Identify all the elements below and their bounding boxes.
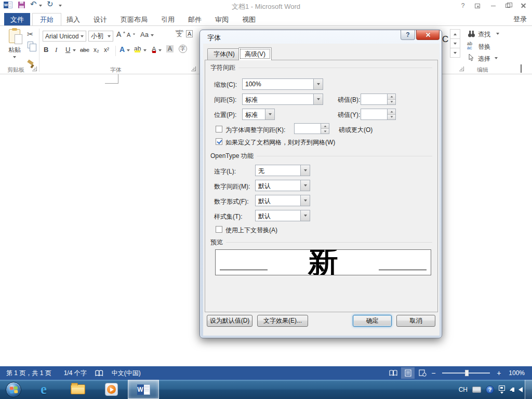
dialog-help-button[interactable]: ? [401, 30, 415, 40]
help-button[interactable]: ? [457, 2, 469, 10]
zoom-level[interactable]: 100% [502, 369, 532, 377]
zoom-slider[interactable] [442, 373, 490, 374]
zoom-in-button[interactable]: + [495, 369, 502, 377]
chevron-down-icon[interactable] [300, 210, 310, 221]
paste-button[interactable]: 粘贴 [5, 29, 24, 58]
stylistic-sets-combobox[interactable]: 默认 [255, 210, 310, 221]
clipboard-dialog-launcher[interactable] [32, 66, 37, 71]
chevron-down-icon[interactable] [313, 94, 323, 104]
change-case-dropdown-icon[interactable] [151, 34, 154, 36]
spacing-combobox[interactable]: 标准 [242, 94, 323, 105]
text-effects-button[interactable]: A [119, 45, 125, 54]
chevron-down-icon[interactable] [78, 31, 86, 41]
character-shading-button[interactable]: A [166, 45, 174, 52]
tray-language[interactable]: CH [459, 386, 468, 393]
language-indicator[interactable]: 中文(中国) [105, 369, 147, 378]
tab-view[interactable]: 视图 [235, 13, 263, 26]
bold-button[interactable]: B [44, 46, 48, 54]
select-button[interactable]: 选择 [478, 55, 490, 63]
spin-down-icon[interactable] [321, 129, 329, 134]
number-spacing-combobox[interactable]: 默认 [255, 180, 310, 191]
character-border-button[interactable]: A [186, 30, 193, 37]
read-mode-button[interactable] [387, 367, 400, 379]
tab-mailings[interactable]: 邮件 [181, 13, 209, 26]
find-dropdown-icon[interactable] [496, 33, 499, 35]
styles-scroll-down-button[interactable] [450, 38, 460, 48]
spin-up-icon[interactable] [388, 109, 395, 115]
find-button[interactable]: 查找 [478, 30, 490, 39]
proofing-icon[interactable] [95, 370, 103, 377]
scale-combobox[interactable]: 100% [242, 78, 323, 90]
by-b-spinner[interactable] [361, 94, 396, 105]
font-name-combobox[interactable]: Arial Unicod [43, 31, 86, 42]
dialog-close-button[interactable] [416, 30, 440, 40]
underline-dropdown-icon[interactable] [73, 49, 76, 51]
restore-button[interactable] [502, 2, 513, 10]
tray-display-icon[interactable] [499, 385, 505, 394]
page-info[interactable]: 第 1 页，共 1 页 [0, 369, 58, 378]
tab-page-layout[interactable]: 页面布局 [113, 13, 155, 26]
number-forms-combobox[interactable]: 默认 [255, 195, 310, 206]
copy-icon[interactable] [28, 42, 33, 48]
font-dialog-launcher[interactable] [191, 66, 196, 71]
italic-button[interactable]: I [55, 46, 57, 54]
tab-design[interactable]: 设计 [86, 13, 114, 26]
tab-review[interactable]: 审阅 [208, 13, 236, 26]
chevron-down-icon[interactable] [300, 195, 310, 206]
taskbar-media-player[interactable] [100, 380, 123, 399]
enclose-characters-button[interactable]: 字 [179, 45, 187, 53]
styles-dialog-launcher[interactable] [459, 66, 464, 71]
zoom-out-button[interactable]: − [430, 369, 437, 377]
tab-file[interactable]: 文件 [4, 13, 30, 26]
dialog-tab-advanced[interactable]: 高级(V) [238, 47, 272, 60]
set-as-default-button[interactable]: 设为默认值(D) [207, 315, 252, 327]
chevron-down-icon[interactable] [265, 109, 274, 119]
strikethrough-button[interactable]: abc [80, 47, 89, 53]
word-count[interactable]: 1/4 个字 [58, 369, 93, 378]
text-effects-button[interactable]: 文字效果(E)... [257, 315, 308, 327]
tab-references[interactable]: 引用 [154, 13, 182, 26]
show-desktop-button[interactable] [525, 380, 532, 399]
taskbar-word-active[interactable]: W [128, 380, 159, 399]
chevron-down-icon[interactable] [105, 31, 113, 41]
chevron-down-icon[interactable] [313, 79, 323, 89]
font-color-button[interactable]: A [152, 45, 156, 53]
tray-help-icon[interactable]: ? [486, 385, 494, 394]
chevron-down-icon[interactable] [300, 165, 310, 176]
styles-scroll-up-button[interactable] [450, 29, 460, 39]
kerning-spinner[interactable] [294, 123, 329, 134]
contextual-alternates-checkbox[interactable] [216, 226, 222, 233]
close-button[interactable] [517, 2, 529, 10]
tab-home[interactable]: 开始 [32, 13, 61, 26]
by-y-spinner[interactable] [361, 109, 396, 120]
replace-button[interactable]: 替换 [478, 43, 490, 51]
ok-button[interactable]: 确定 [353, 315, 392, 327]
volume-icon[interactable] [518, 387, 523, 392]
dialog-tab-font[interactable]: 字体(N) [207, 48, 241, 60]
spin-down-icon[interactable] [388, 100, 395, 105]
tab-insert[interactable]: 插入 [59, 13, 87, 26]
shrink-font-button[interactable]: A [127, 32, 130, 38]
minimize-button[interactable] [487, 2, 499, 10]
spin-up-icon[interactable] [321, 124, 329, 129]
zoom-slider-thumb[interactable] [465, 370, 469, 376]
superscript-button[interactable]: x² [104, 46, 109, 54]
collapse-ribbon-button[interactable] [521, 65, 522, 73]
styles-more-button[interactable] [450, 48, 460, 58]
font-size-combobox[interactable]: 小初 [88, 31, 113, 42]
ribbon-display-options-button[interactable] [472, 2, 483, 10]
cut-icon[interactable]: ✂ [27, 30, 34, 39]
spin-down-icon[interactable] [388, 115, 395, 120]
taskbar-file-explorer[interactable] [66, 380, 89, 399]
ligatures-combobox[interactable]: 无 [255, 165, 310, 176]
cancel-button[interactable]: 取消 [396, 315, 435, 327]
highlight-button[interactable]: ab [134, 45, 141, 52]
sign-in-link[interactable]: 登录 [513, 15, 527, 24]
taskbar-internet-explorer[interactable]: e [32, 380, 55, 399]
print-layout-button[interactable] [401, 367, 415, 379]
font-color-dropdown-icon[interactable] [158, 49, 162, 51]
grow-font-button[interactable]: A [116, 30, 121, 38]
spin-up-icon[interactable] [388, 94, 395, 100]
chevron-down-icon[interactable] [300, 180, 310, 191]
underline-button[interactable]: U [65, 46, 70, 54]
